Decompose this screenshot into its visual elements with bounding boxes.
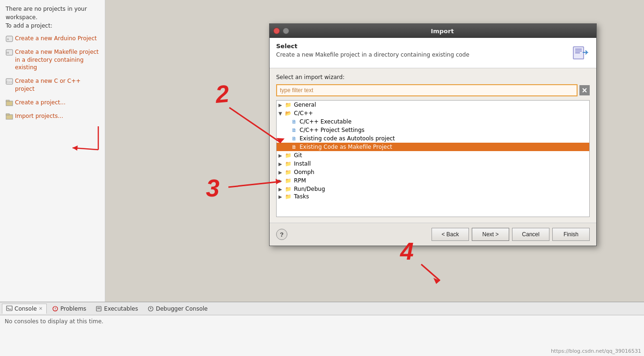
file-cpp-exec-icon: 🗎 (290, 118, 298, 125)
filter-row (276, 84, 590, 96)
svg-rect-23 (575, 52, 580, 53)
tree-item-makefile-project[interactable]: 🗎 Existing Code as Makefile Project (277, 143, 589, 151)
arrow-general: ▶ (278, 102, 284, 108)
filter-input[interactable] (276, 84, 578, 96)
watermark: https://blog.csdn.net/qq_39016531 (551, 348, 641, 354)
console-content: No consoles to display at this time. (0, 315, 644, 327)
tree-label-general: General (294, 102, 316, 108)
cancel-button[interactable]: Cancel (512, 228, 549, 241)
dialog-footer: ? < Back Next > Cancel Finish (270, 223, 596, 246)
tree-item-git[interactable]: ▶ 📁 Git (277, 151, 589, 160)
next-button[interactable]: Next > (472, 228, 509, 241)
arrow-git: ▶ (278, 153, 284, 158)
problems-tab-label: Problems (60, 305, 86, 312)
tree-item-rpm[interactable]: ▶ 📁 RPM (277, 176, 589, 185)
bottom-tabs: Console ✕ ! Problems Executables Debugge… (0, 302, 644, 315)
tree-item-cpp[interactable]: ▼ 📂 C/C++ (277, 109, 589, 117)
tree-label-cpp-settings: C/C++ Project Settings (300, 127, 365, 133)
file-makefile-icon: 🗎 (290, 144, 298, 150)
svg-text:C++: C++ (7, 80, 12, 83)
arrow-install: ▶ (278, 161, 284, 167)
import-icon (6, 113, 13, 120)
tree-item-general[interactable]: ▶ 📁 General (277, 101, 589, 109)
tab-executables[interactable]: Executables (91, 304, 142, 314)
tree-item-cpp-settings[interactable]: 🗎 C/C++ Project Settings (277, 126, 589, 134)
folder-cpp-icon: 📂 (284, 110, 293, 116)
folder-rundebug-icon: 📁 (284, 186, 293, 192)
import-dialog: Import Select Create a new Makefile proj… (269, 23, 597, 246)
arrow-cpp: ▼ (278, 111, 284, 116)
import-projects-link[interactable]: Import projects... (15, 112, 63, 120)
footer-left: ? (276, 229, 287, 240)
sidebar-item-arduino[interactable]: A Create a new Arduino Project (6, 35, 99, 45)
tree-item-cpp-exec[interactable]: 🗎 C/C++ Executable (277, 117, 589, 126)
arrow-rundebug: ▶ (278, 187, 284, 192)
tree-container[interactable]: ▶ 📁 General ▼ 📂 C/C++ 🗎 C/C++ Executable… (276, 100, 590, 217)
sidebar-item-project[interactable]: Create a project... (6, 99, 99, 109)
dialog-body: Select an import wizard: ▶ 📁 General ▼ 📂 (270, 68, 596, 223)
dialog-titlebar: Import (270, 24, 596, 38)
dialog-close-button[interactable] (273, 28, 280, 34)
tab-problems[interactable]: ! Problems (48, 304, 90, 314)
create-makefile-link[interactable]: Create a new Makefile project in a direc… (15, 48, 99, 72)
arrow-rpm: ▶ (278, 178, 284, 183)
create-arduino-link[interactable]: Create a new Arduino Project (15, 35, 97, 43)
folder-install-icon: 📁 (284, 160, 293, 167)
sidebar-item-makefile[interactable]: M Create a new Makefile project in a dir… (6, 48, 99, 74)
tree-label-git: Git (294, 152, 302, 159)
tab-console[interactable]: Console ✕ (2, 304, 47, 314)
tree-label-autotools: Existing code as Autotools project (300, 135, 395, 142)
svg-rect-21 (575, 49, 582, 50)
arduino-icon: A (6, 35, 13, 43)
console-message: No consoles to display at this time. (5, 318, 103, 325)
sidebar-item-import[interactable]: Import projects... (6, 112, 99, 123)
tree-item-rundebug[interactable]: ▶ 📁 Run/Debug (277, 185, 589, 193)
create-project-link[interactable]: Create a project... (15, 99, 66, 107)
tree-item-install[interactable]: ▶ 📁 Install (277, 160, 589, 168)
dialog-section-title: Select (276, 43, 469, 50)
svg-rect-22 (575, 51, 582, 51)
folder-oomph-icon: 📁 (284, 169, 293, 175)
footer-right: < Back Next > Cancel Finish (432, 228, 590, 241)
svg-rect-7 (6, 100, 9, 102)
tree-item-autotools[interactable]: 🗎 Existing code as Autotools project (277, 134, 589, 143)
clear-icon (582, 87, 587, 93)
tree-item-tasks[interactable]: ▶ 📁 Tasks (277, 193, 589, 200)
folder-general-icon: 📁 (284, 102, 293, 108)
finish-button[interactable]: Finish (552, 228, 590, 241)
dialog-header-content: Select Create a new Makefile project in … (276, 43, 469, 58)
dialog-minimize-button[interactable] (283, 28, 289, 34)
executables-tab-label: Executables (104, 305, 138, 312)
file-cpp-settings-icon: 🗎 (290, 127, 298, 133)
dialog-title: Import (292, 28, 593, 35)
svg-rect-10 (7, 306, 12, 311)
svg-line-11 (7, 308, 9, 309)
sidebar: There are no projects in your workspace.… (0, 0, 105, 302)
filter-clear-button[interactable] (579, 85, 590, 95)
tree-item-oomph[interactable]: ▶ 📁 Oomph (277, 168, 589, 176)
dialog-section-desc: Create a new Makefile project in a direc… (276, 51, 469, 58)
console-tab-label: Console (15, 305, 37, 312)
tree-label-tasks: Tasks (294, 193, 309, 200)
tree-label-rpm: RPM (294, 177, 306, 184)
svg-text:!: ! (55, 307, 56, 311)
tree-label-install: Install (294, 160, 311, 167)
bottom-panel: Console ✕ ! Problems Executables Debugge… (0, 302, 644, 356)
svg-rect-9 (6, 114, 9, 115)
console-icon (6, 305, 13, 312)
debugger-icon (147, 305, 154, 312)
arrow-tasks: ▶ (278, 194, 284, 199)
help-button[interactable]: ? (276, 229, 287, 240)
executables-icon (95, 305, 102, 312)
folder-rpm-icon: 📁 (284, 177, 293, 184)
back-button[interactable]: < Back (432, 228, 469, 241)
tree-label-oomph: Oomph (294, 169, 315, 175)
file-autotools-icon: 🗎 (290, 135, 298, 142)
create-cpp-link[interactable]: Create a new C or C++ project (15, 77, 99, 93)
sidebar-item-cpp[interactable]: C++ Create a new C or C++ project (6, 77, 99, 96)
console-close[interactable]: ✕ (39, 306, 43, 311)
arrow-oomph: ▶ (278, 170, 284, 175)
makefile-icon: M (6, 49, 13, 56)
cpp-icon: C++ (6, 78, 13, 85)
tab-debugger-console[interactable]: Debugger Console (143, 304, 212, 314)
